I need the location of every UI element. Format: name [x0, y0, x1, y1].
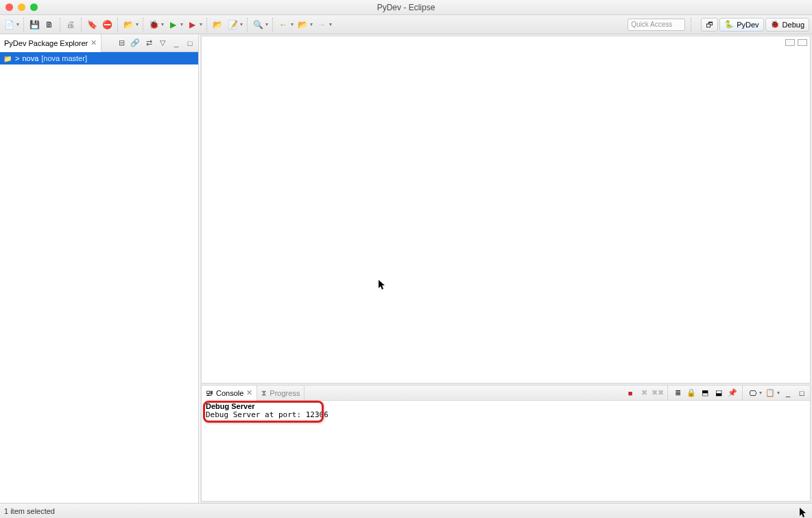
progress-icon: ⧗ [261, 388, 267, 397]
open-folder-button[interactable]: 📂 [122, 19, 134, 31]
save-button[interactable]: 💾 [28, 19, 40, 31]
nav-forward-button[interactable]: → [315, 19, 328, 31]
scroll-lock-button[interactable]: 🔒 [686, 388, 697, 399]
collapse-all-button[interactable]: ⊟ [116, 38, 127, 49]
tree-item-name: nova [22, 54, 38, 62]
main-area: PyDev Package Explorer ✕ ⊟ 🔗 ⇄ ▽ _ □ 📁 >… [0, 34, 812, 503]
zoom-window-button[interactable] [30, 3, 38, 11]
skip-breakpoints-button[interactable]: ⛔ [101, 19, 113, 31]
tab-progress-label: Progress [270, 389, 300, 397]
console-maximize-button[interactable]: □ [796, 388, 807, 399]
filter-button[interactable]: ⇄ [143, 38, 154, 49]
open-perspective-button[interactable]: 🗗 [701, 18, 718, 32]
console-header: Debug Server [202, 401, 810, 410]
editor-and-console-area: 🖳 Console ✕ ⧗ Progress ■ ✖ ✖✖ ≣ 🔒 ⬒ ⬓ [199, 34, 812, 503]
tree-item-nova[interactable]: 📁 > nova [nova master] [0, 52, 198, 64]
package-explorer-view: PyDev Package Explorer ✕ ⊟ 🔗 ⇄ ▽ _ □ 📁 >… [0, 34, 199, 503]
new-module-button[interactable]: 📝 [226, 19, 239, 31]
tab-console-label: Console [216, 389, 243, 397]
terminate-button[interactable]: ■ [625, 388, 636, 399]
remove-all-button[interactable]: ✖✖ [652, 388, 663, 399]
show-stderr-button[interactable]: ⬓ [713, 388, 724, 399]
tree-item-prefix: > [15, 54, 19, 62]
titlebar: PyDev - Eclipse [0, 0, 812, 15]
close-view-icon[interactable]: ✕ [91, 38, 97, 47]
editor-maximize-button[interactable] [798, 39, 807, 46]
clear-console-button[interactable]: ≣ [672, 388, 683, 399]
perspective-pydev[interactable]: 🐍 PyDev [719, 18, 763, 32]
nav-history-button[interactable]: 📂 [296, 19, 309, 31]
tab-console[interactable]: 🖳 Console ✕ [202, 386, 257, 401]
project-icon: 📁 [3, 54, 12, 62]
editor-minimize-button[interactable] [785, 39, 795, 46]
tree-item-decoration: [nova master] [41, 54, 87, 62]
new-project-button[interactable]: 📂 [211, 19, 224, 31]
package-explorer-label: PyDev Package Explorer [4, 39, 88, 47]
quick-access-input[interactable]: Quick Access [628, 19, 685, 31]
close-window-button[interactable] [5, 3, 13, 11]
perspective-debug[interactable]: 🐞 Debug [765, 18, 809, 32]
search-button[interactable]: 🔍 [252, 19, 264, 31]
open-console-button[interactable]: 📋 [765, 388, 776, 399]
maximize-view-button[interactable]: □ [184, 38, 195, 49]
run-last-button[interactable]: ▶ [186, 19, 198, 31]
pin-console-button[interactable]: 📌 [727, 388, 738, 399]
editor-area[interactable] [201, 36, 811, 384]
console-icon: 🖳 [206, 389, 213, 397]
display-selected-button[interactable]: 🖵 [747, 388, 758, 399]
console-minimize-button[interactable]: _ [783, 388, 793, 399]
status-bar: 1 item selected [0, 503, 812, 518]
print-button[interactable]: 🖨 [64, 19, 77, 31]
run-button[interactable]: ▶ [167, 19, 179, 31]
link-editor-button[interactable]: 🔗 [130, 38, 141, 49]
view-menu-button[interactable]: ▽ [157, 38, 168, 49]
package-tree[interactable]: 📁 > nova [nova master] [0, 52, 198, 503]
breakpoint-button[interactable]: 🔖 [86, 19, 98, 31]
tab-progress[interactable]: ⧗ Progress [257, 386, 304, 401]
console-output[interactable]: Debug Server at port: 12306 [202, 410, 810, 420]
minimize-view-button[interactable]: _ [171, 38, 182, 49]
bottom-tabbar: 🖳 Console ✕ ⧗ Progress ■ ✖ ✖✖ ≣ 🔒 ⬒ ⬓ [202, 386, 810, 401]
save-all-button[interactable]: 🗎 [43, 19, 56, 31]
debug-button[interactable]: 🐞 [147, 19, 160, 31]
nav-back-button[interactable]: ← [277, 19, 289, 31]
show-stdout-button[interactable]: ⬒ [700, 388, 710, 399]
status-text: 1 item selected [4, 507, 55, 515]
window-title: PyDev - Eclipse [0, 3, 812, 12]
bottom-panel: 🖳 Console ✕ ⧗ Progress ■ ✖ ✖✖ ≣ 🔒 ⬒ ⬓ [201, 385, 811, 502]
remove-launch-button[interactable]: ✖ [638, 388, 649, 399]
main-toolbar: 📄▾ 💾 🗎 🖨 🔖 ⛔ 📂▾ 🐞▾ ▶▾ ▶▾ 📂 📝▾ 🔍▾ ←▾ 📂▾ →… [0, 15, 812, 34]
package-explorer-tab[interactable]: PyDev Package Explorer ✕ [0, 34, 102, 52]
minimize-window-button[interactable] [18, 3, 25, 11]
new-button[interactable]: 📄 [3, 19, 15, 31]
close-console-icon[interactable]: ✕ [246, 388, 252, 397]
